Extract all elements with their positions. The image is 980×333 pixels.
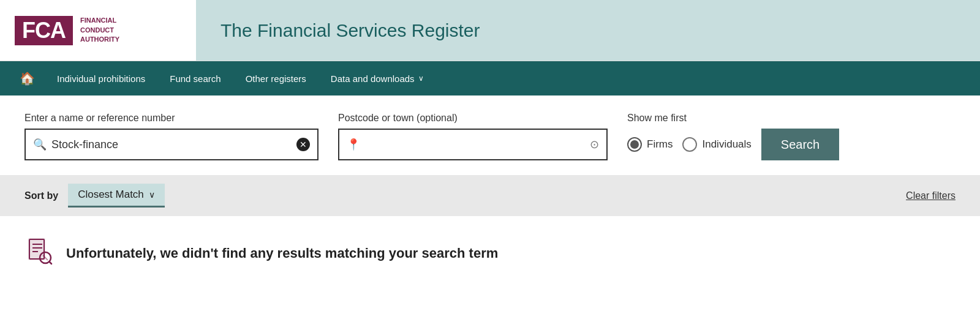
location-input[interactable] xyxy=(365,138,585,151)
show-me-first-section: Show me first Firms Individuals Search xyxy=(627,113,839,160)
search-icon: 🔍 xyxy=(33,138,47,151)
nav-other-registers[interactable]: Other registers xyxy=(233,69,318,89)
radio-individuals-label: Individuals xyxy=(702,138,751,151)
no-results-container: Unfortunately, we didn't find any result… xyxy=(24,236,956,271)
header-title-section: The Financial Services Register xyxy=(196,0,980,61)
nav-data-downloads[interactable]: Data and downloads ∨ xyxy=(318,69,436,89)
name-input-wrapper: 🔍 ✕ xyxy=(24,129,318,160)
location-search-field: Postcode or town (optional) 📍 ⊙ xyxy=(338,113,608,160)
sort-dropdown[interactable]: Closest Match ∨ xyxy=(68,184,165,208)
nav-individual-prohibitions[interactable]: Individual prohibitions xyxy=(45,69,157,89)
radio-firms-option[interactable]: Firms xyxy=(627,137,673,152)
radio-firms-circle xyxy=(627,137,642,152)
results-section: Unfortunately, we didn't find any result… xyxy=(0,216,980,290)
name-input[interactable] xyxy=(51,138,292,151)
nav-home-button[interactable]: 🏠 xyxy=(10,66,45,91)
radio-firms-inner xyxy=(630,140,639,149)
name-search-field: Enter a name or reference number 🔍 ✕ xyxy=(24,113,318,160)
no-results-icon xyxy=(24,236,54,271)
svg-line-6 xyxy=(50,262,52,264)
nav-data-downloads-chevron-icon: ∨ xyxy=(418,74,424,83)
nav-fund-search[interactable]: Fund search xyxy=(157,69,233,89)
logo-section: FCA FINANCIAL CONDUCT AUTHORITY xyxy=(0,0,196,61)
sort-bar: Sort by Closest Match ∨ Clear filters xyxy=(0,175,980,216)
clear-name-button[interactable]: ✕ xyxy=(296,138,310,151)
main-nav: 🏠 Individual prohibitions Fund search Ot… xyxy=(0,61,980,95)
radio-firms-label: Firms xyxy=(647,138,673,151)
sort-dropdown-value: Closest Match xyxy=(78,189,144,201)
clear-filters-link[interactable]: Clear filters xyxy=(906,190,956,201)
show-me-label: Show me first xyxy=(627,113,839,124)
radio-individuals-circle xyxy=(682,137,697,152)
no-results-message: Unfortunately, we didn't find any result… xyxy=(66,245,498,261)
fca-logo: FCA FINANCIAL CONDUCT AUTHORITY xyxy=(15,16,119,45)
sort-chevron-icon: ∨ xyxy=(149,190,155,200)
page-header: FCA FINANCIAL CONDUCT AUTHORITY The Fina… xyxy=(0,0,980,61)
search-section: Enter a name or reference number 🔍 ✕ Pos… xyxy=(0,95,980,175)
svg-rect-0 xyxy=(28,238,45,260)
radio-group: Firms Individuals Search xyxy=(627,129,839,160)
gps-icon[interactable]: ⊙ xyxy=(590,138,599,151)
fca-logo-subtitle: FINANCIAL CONDUCT AUTHORITY xyxy=(80,16,119,44)
name-field-label: Enter a name or reference number xyxy=(24,113,318,124)
sort-by-label: Sort by xyxy=(24,190,58,201)
location-input-wrapper: 📍 ⊙ xyxy=(338,129,608,160)
search-button[interactable]: Search xyxy=(761,129,839,160)
location-field-label: Postcode or town (optional) xyxy=(338,113,608,124)
sort-left: Sort by Closest Match ∨ xyxy=(24,184,165,208)
location-pin-icon: 📍 xyxy=(347,138,360,151)
radio-individuals-option[interactable]: Individuals xyxy=(682,137,751,152)
nav-data-downloads-label: Data and downloads xyxy=(331,73,415,84)
fca-logo-box: FCA xyxy=(15,16,73,45)
page-title: The Financial Services Register xyxy=(221,20,480,41)
